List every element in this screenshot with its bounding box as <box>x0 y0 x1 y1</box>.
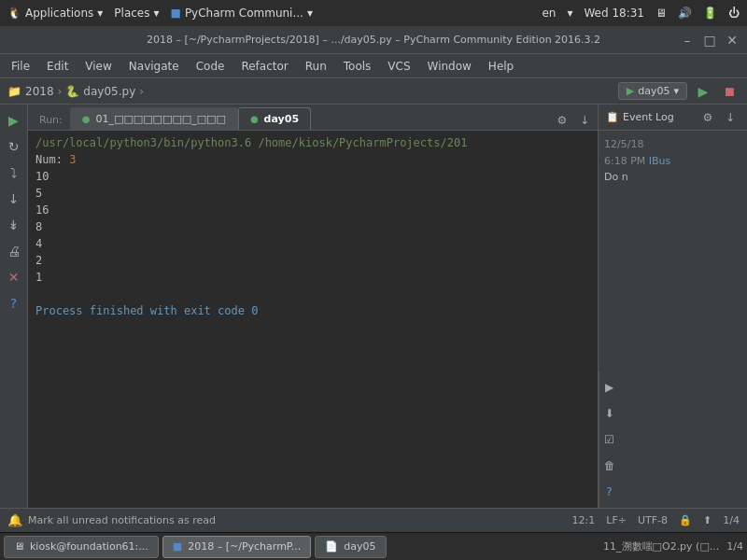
pycharm-indicator-icon: ■ <box>171 7 181 20</box>
log-play-button[interactable]: ▶ <box>598 375 622 399</box>
clear-button[interactable]: ✕ <box>2 265 26 289</box>
arrow-locale: ▾ <box>567 7 572 20</box>
menu-window[interactable]: Window <box>420 58 479 75</box>
power-icon[interactable]: ⏻ <box>728 7 740 20</box>
window-title: 2018 – [~/PycharmProjects/2018] – .../da… <box>147 34 600 46</box>
lock-icon[interactable]: 🔒 <box>679 514 692 526</box>
system-bar: 🐧 Applications ▾ Places ▾ ■ PyCharm Comm… <box>0 0 747 26</box>
file-icon: 🐍 <box>65 85 79 98</box>
output-line-2: 5 <box>35 185 590 202</box>
rerun-button[interactable]: ↻ <box>2 134 26 159</box>
menu-edit[interactable]: Edit <box>39 58 76 75</box>
log-trash-button[interactable]: 🗑 <box>598 454 622 478</box>
log-step-button[interactable]: ⬇ <box>598 401 622 426</box>
status-right: 12:1 LF÷ UTF-8 🔒 ⬆ 1/4 <box>572 514 740 526</box>
settings-action-button[interactable]: ⚙ <box>553 111 571 130</box>
event-log-icon: 📋 <box>606 111 619 123</box>
event-log-settings[interactable]: ⚙ <box>698 108 717 127</box>
pycharm-taskbar-icon: ■ <box>173 540 182 553</box>
maximize-button[interactable]: □ <box>702 33 717 48</box>
step-into-button[interactable]: ↓ <box>2 187 26 211</box>
tab-actions: ⚙ ↓ <box>553 111 598 130</box>
taskbar-pycharm-label: 2018 – [~/PycharmP... <box>188 540 301 553</box>
breadcrumb-project[interactable]: 2018 <box>25 85 54 98</box>
print-button[interactable]: 🖨 <box>2 239 26 263</box>
breadcrumb-sep1: › <box>58 85 63 98</box>
scroll-to-end-button[interactable]: ↡ <box>2 213 26 237</box>
taskbar-terminal-label: kiosk@foundation61:... <box>30 540 148 553</box>
taskbar: 🖥 kiosk@foundation61:... ■ 2018 – [~/Pyc… <box>0 532 747 560</box>
taskbar-pycharm[interactable]: ■ 2018 – [~/PycharmP... <box>162 536 311 558</box>
run-output[interactable]: /usr/local/python3/bin/python3.6 /home/k… <box>28 131 598 508</box>
app-indicator-label: PyCharm Communi... <box>185 7 303 20</box>
menu-file[interactable]: File <box>4 58 37 75</box>
breadcrumb-file[interactable]: day05.py <box>83 85 135 98</box>
minimize-button[interactable]: – <box>680 33 695 48</box>
breadcrumb-sep2: › <box>139 85 144 98</box>
close-button[interactable]: ✕ <box>725 33 740 48</box>
event-extra: Do n <box>604 171 628 183</box>
page-info[interactable]: 1/4 <box>723 514 740 526</box>
event-time: 6:18 PM <box>604 155 645 167</box>
locale-indicator[interactable]: en <box>542 7 556 20</box>
event-log-header: 📋 Event Log ⚙ ↓ <box>599 105 747 131</box>
menu-run[interactable]: Run <box>298 58 334 75</box>
taskbar-right: 11_溯數嗤□O2.py (□... 1/4 <box>603 539 743 553</box>
log-help-button[interactable]: ? <box>598 480 622 504</box>
output-num-line: Num: 3 <box>35 151 590 168</box>
output-line-1: 10 <box>35 168 590 185</box>
tab-prev-run[interactable]: ● 01_□□□□□□□□_□□□ <box>70 107 238 130</box>
menu-help[interactable]: Help <box>481 58 521 75</box>
download-action-button[interactable]: ↓ <box>575 111 594 130</box>
datetime-display[interactable]: Wed 18:31 <box>584 7 644 20</box>
menu-tools[interactable]: Tools <box>336 58 379 75</box>
encoding[interactable]: UTF-8 <box>638 514 668 526</box>
line-separator[interactable]: LF÷ <box>606 514 627 526</box>
applications-menu[interactable]: 🐧 Applications ▾ <box>7 7 103 20</box>
run-tabs: Run: ● 01_□□□□□□□□_□□□ ● day05 ⚙ ↓ <box>28 105 598 131</box>
tab-current-run[interactable]: ● day05 <box>238 107 311 130</box>
left-sidebar: ▶ ↻ ⤵ ↓ ↡ 🖨 ✕ ? <box>0 105 28 508</box>
output-num-value: 3 <box>69 153 76 166</box>
volume-icon[interactable]: 🔊 <box>678 7 692 20</box>
help-button[interactable]: ? <box>2 291 26 315</box>
app-indicator[interactable]: ■ PyCharm Communi... ▾ <box>171 7 313 20</box>
battery-icon[interactable]: 🔋 <box>703 7 717 20</box>
menu-view[interactable]: View <box>78 58 119 75</box>
output-line-7: 1 <box>35 269 590 286</box>
notification-text[interactable]: Mark all unread notifications as read <box>28 514 216 526</box>
step-over-button[interactable]: ⤵ <box>2 161 26 185</box>
log-check-button[interactable]: ☑ <box>598 427 622 452</box>
menu-vcs[interactable]: VCS <box>380 58 417 75</box>
folder-icon: 📁 <box>7 85 21 98</box>
output-blank <box>35 286 590 302</box>
cursor-position[interactable]: 12:1 <box>572 514 596 526</box>
run-config-icon: ▶ <box>627 85 634 97</box>
display-icon[interactable]: 🖥 <box>655 7 667 20</box>
run-button[interactable]: ▶ <box>693 81 713 102</box>
notification-icon: 🔔 <box>7 513 22 527</box>
places-label: Places <box>114 7 149 20</box>
day05-taskbar-icon: 📄 <box>325 540 338 553</box>
taskbar-page-nav[interactable]: 1/4 <box>726 540 743 553</box>
event-entry-1: 12/5/18 <box>604 136 741 153</box>
git-icon[interactable]: ⬆ <box>703 514 712 526</box>
taskbar-terminal[interactable]: 🖥 kiosk@foundation61:... <box>4 536 159 558</box>
run-panel: Run: ● 01_□□□□□□□□_□□□ ● day05 ⚙ ↓ /usr/… <box>28 105 598 508</box>
output-process-line: Process finished with exit code 0 <box>35 302 590 319</box>
event-log-close[interactable]: ↓ <box>721 108 740 127</box>
run-config-selector[interactable]: ▶ day05 ▾ <box>618 82 687 100</box>
run-config-arrow: ▾ <box>673 85 679 97</box>
play-side-button[interactable]: ▶ <box>2 108 26 133</box>
taskbar-day05[interactable]: 📄 day05 <box>315 536 386 558</box>
menu-code[interactable]: Code <box>189 58 233 75</box>
toolbar-right: ▶ day05 ▾ ▶ ⏹ <box>618 81 740 102</box>
tab-current-label: day05 <box>264 113 299 125</box>
main-area: ▶ ↻ ⤵ ↓ ↡ 🖨 ✕ ? Run: ● 01_□□□□□□□□_□□□ ●… <box>0 105 747 508</box>
event-entry-3: Do n <box>604 169 741 186</box>
places-menu[interactable]: Places ▾ <box>114 7 159 20</box>
menu-refactor[interactable]: Refactor <box>233 58 295 75</box>
menu-navigate[interactable]: Navigate <box>121 58 187 75</box>
run-config-label: day05 <box>638 85 669 97</box>
stop-button[interactable]: ⏹ <box>719 81 740 102</box>
